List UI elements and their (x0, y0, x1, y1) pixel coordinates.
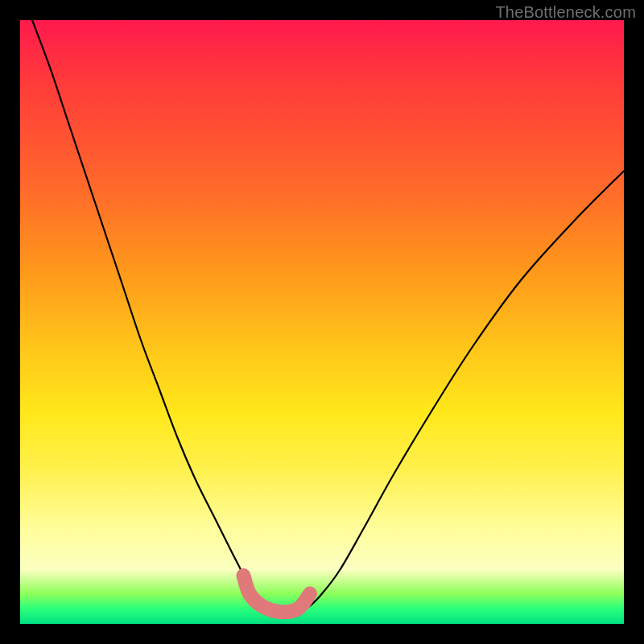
valley-marker (244, 576, 311, 612)
plot-area (20, 20, 624, 624)
curve-svg (20, 20, 624, 624)
watermark-text: TheBottleneck.com (495, 3, 636, 22)
chart-frame: TheBottleneck.com (0, 0, 644, 644)
bottleneck-curve (32, 20, 624, 613)
